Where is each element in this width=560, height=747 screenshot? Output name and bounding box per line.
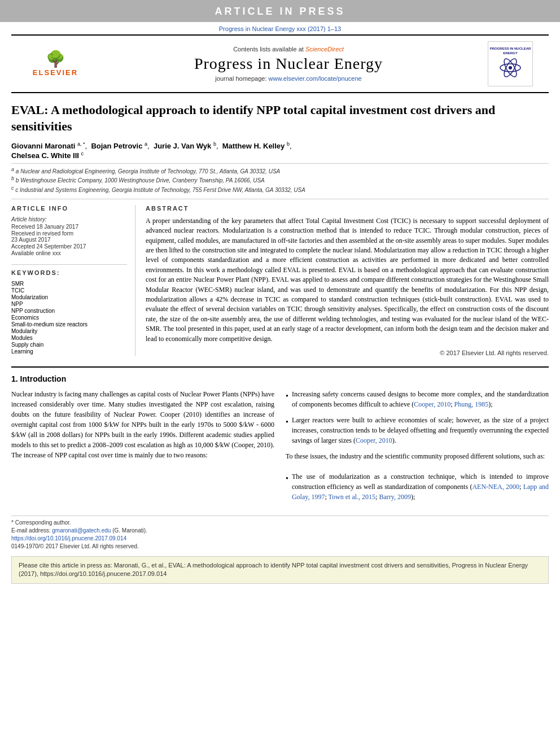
history-revised: Received in revised form23 August 2017 [11,230,127,243]
journal-header: 🌳 ELSEVIER Contents lists available at S… [11,34,549,93]
elsevier-tree-icon: 🌳 [46,51,65,67]
journal-info-bar: Progress in Nuclear Energy xxx (2017) 1–… [0,22,560,34]
history-label: Article history: [11,216,127,222]
citation-bar: Please cite this article in press as: Ma… [11,556,549,584]
affil-a: a a Nuclear and Radiological Engineering… [11,167,549,174]
abstract-col: abstract A proper understanding of the k… [146,205,549,356]
intro-right-col: • Increasing safety concerns caused desi… [286,389,549,508]
intro-paragraph: Nuclear industry is facing many challeng… [11,389,274,460]
svg-point-3 [509,66,512,69]
journal-homepage-link[interactable]: www.elsevier.com/locate/pnucene [269,75,362,82]
abstract-heading: abstract [146,205,549,212]
elsevier-logo-container: 🌳 ELSEVIER [21,51,89,77]
article-title: EVAL: A methodological approach to ident… [11,102,549,134]
author-maronati: Giovanni Maronati [11,142,75,151]
two-col-section: article info Article history: Received 1… [11,199,549,356]
affil-c: c c Industrial and Systems Engineering, … [11,185,549,193]
bullet-larger: • Larger reactors were built to achieve … [286,415,549,445]
bullet-safety-text: Increasing safety concerns caused design… [292,389,549,409]
article-history: Article history: Received 18 January 201… [11,216,127,256]
intro-two-col: Nuclear industry is facing many challeng… [11,389,549,508]
intro-left-col: Nuclear industry is facing many challeng… [11,389,274,508]
author-vanwyk: Jurie J. Van Wyk [154,142,211,151]
science-direct-link[interactable]: ScienceDirect [305,46,344,53]
intro-section-title: 1. Introduction [11,374,549,383]
kw-modularization: Modularization [11,294,127,300]
journal-header-center: Contents lists available at ScienceDirec… [96,46,481,82]
keywords-section: Keywords: SMR TCIC Modularization NPP NP… [11,264,127,355]
affiliations: a a Nuclear and Radiological Engineering… [11,163,549,193]
ref-cooper-2010-1[interactable]: Cooper, 2010 [414,400,450,408]
author-kelley: Matthew H. Kelley [222,142,285,151]
history-received: Received 18 January 2017 [11,224,127,230]
copyright-line: © 2017 Elsevier Ltd. All rights reserved… [146,350,549,356]
introduction-section: 1. Introduction Nuclear industry is faci… [11,366,549,508]
bullet-icon-2: • [286,416,288,428]
bullet-larger-text: Larger reactors were built to achieve ec… [292,415,549,445]
issn-note: 0149-1970/© 2017 Elsevier Ltd. All right… [11,543,549,549]
history-accepted: Accepted 24 September 2017 [11,243,127,250]
bullet-safety: • Increasing safety concerns caused desi… [286,389,549,409]
corresponding-note: * Corresponding author. [11,519,549,526]
doi-link[interactable]: https://doi.org/10.1016/j.pnucene.2017.0… [11,535,126,541]
kw-npp-construction: NPP construction [11,308,127,314]
journal-homepage-line: journal homepage: www.elsevier.com/locat… [96,75,481,82]
kw-learning: Learning [11,348,127,355]
kw-tcic: TCIC [11,287,127,294]
journal-logo-box-container: PROGRESS IN NUCLEAR ENERGY [488,41,539,86]
ref-phung-1985[interactable]: Phung, 1985 [454,400,488,408]
abstract-text: A proper understanding of the key parame… [146,216,549,344]
ref-cooper-2010-2[interactable]: Cooper, 2010 [356,436,392,444]
bullet-icon-1: • [286,390,288,402]
email-note: E-mail address: gmaronati@gatech.edu (G.… [11,527,549,534]
keywords-heading: Keywords: [11,269,127,276]
doi-note: https://doi.org/10.1016/j.pnucene.2017.0… [11,535,549,541]
journal-title: Progress in Nuclear Energy [96,55,481,73]
author-petrovic: Bojan Petrovic [91,142,142,151]
science-direct-line: Contents lists available at ScienceDirec… [96,46,481,53]
kw-npp: NPP [11,301,127,307]
kw-modularity: Modularity [11,328,127,334]
footnote-section: * Corresponding author. E-mail address: … [11,516,549,549]
history-available: Available online xxx [11,250,127,256]
ref-town-2015[interactable]: Town et al., 2015 [329,493,375,501]
bullet-icon-3: • [286,473,288,484]
kw-economics: Economics [11,314,127,321]
article-info-col: article info Article history: Received 1… [11,205,135,356]
elsevier-wordmark: ELSEVIER [33,68,78,77]
author-white: Chelsea C. White III [11,151,79,160]
kw-modules: Modules [11,335,127,341]
main-content: EVAL: A methodological approach to ident… [11,93,549,549]
bullet-modularization-text: The use of modularization as a construct… [292,471,549,502]
journal-logo-box: PROGRESS IN NUCLEAR ENERGY [488,41,533,86]
kw-smr: SMR [11,281,127,287]
article-in-press-banner: ARTICLE IN PRESS [0,0,560,22]
article-info-heading: article info [11,205,127,212]
intro-transition: To these issues, the industry and the sc… [286,451,549,461]
journal-logo-text: PROGRESS IN NUCLEAR ENERGY [488,47,532,55]
kw-supply-chain: Supply chain [11,342,127,348]
ref-barry-2009[interactable]: Barry, 2009 [379,493,411,501]
email-link[interactable]: gmaronati@gatech.edu [52,527,111,534]
bullet-modularization: • The use of modularization as a constru… [286,471,549,502]
affil-b: b b Westinghouse Electric Company, 1000 … [11,176,549,184]
atom-icon [499,56,522,80]
kw-smr-size: Small-to-medium size reactors [11,321,127,327]
authors-line: Giovanni Maronati a, *, Bojan Petrovic a… [11,141,549,160]
ref-aennea-2000[interactable]: AEN-NEA, 2000 [472,483,519,491]
